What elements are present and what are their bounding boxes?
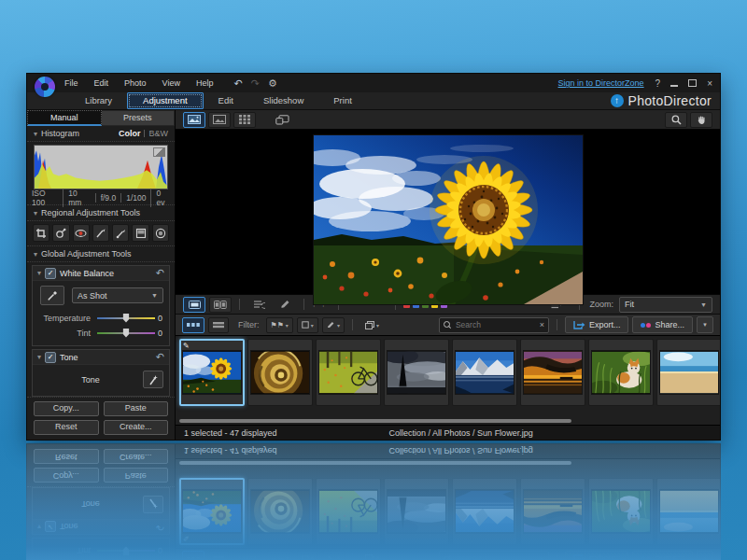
tint-slider-handle[interactable] [123, 329, 130, 338]
export-button[interactable]: Export... [565, 316, 629, 333]
panel-actions: Copy... Paste Reset Create... [27, 397, 175, 440]
tab-edit[interactable]: Edit [204, 93, 248, 108]
tone-reset-icon[interactable]: ↶ [156, 351, 164, 363]
auto-tone-wand-button[interactable] [143, 371, 163, 388]
flag-filter-dropdown[interactable]: ⚑⚑ ▾ [266, 317, 293, 333]
filmstrip-scrollbar-thumb[interactable] [179, 419, 571, 423]
settings-gear-icon[interactable]: ⚙ [268, 77, 277, 90]
menu-help[interactable]: Help [196, 78, 214, 88]
exif-focal: 10 mm [63, 189, 94, 207]
tab-presets[interactable]: Presets [102, 110, 176, 126]
viewer-toolbar [176, 110, 720, 130]
list-view-button[interactable] [208, 317, 229, 333]
white-balance-eyedropper-button[interactable] [40, 286, 64, 305]
tint-value: 0 [158, 329, 165, 338]
color-mode-toggle[interactable]: Color [119, 129, 141, 138]
minimize-button[interactable] [670, 78, 678, 89]
module-tab-bar: Library Adjustment Edit Slideshow Print … [27, 92, 720, 110]
adjustment-brush-tool-button[interactable] [92, 224, 109, 242]
edited-filter-dropdown[interactable]: ▾ [322, 317, 345, 333]
pan-hand-button[interactable] [690, 112, 712, 128]
share-dropdown-button[interactable]: ▼ [697, 316, 713, 333]
clipping-indicator-icon[interactable] [153, 147, 165, 157]
exif-iso: ISO 100 [27, 189, 63, 207]
collapse-caret-icon[interactable]: ▾ [37, 269, 41, 277]
viewer-mode-single-button[interactable] [183, 112, 205, 128]
thumbnail-spiral-staircase[interactable] [247, 339, 313, 406]
thumbnail-cat-in-grass[interactable] [588, 339, 654, 406]
history-button[interactable] [247, 297, 270, 313]
collapse-caret-icon[interactable]: ▾ [37, 353, 41, 361]
exif-shutter: 1/100 [120, 193, 150, 203]
view-compare-button[interactable] [209, 297, 232, 313]
thumbnail-bicycle-park[interactable] [316, 339, 381, 406]
search-input[interactable] [454, 319, 537, 330]
temperature-slider[interactable] [97, 314, 155, 323]
histogram-chart[interactable] [34, 145, 168, 189]
reset-button[interactable]: Reset [34, 420, 99, 435]
sign-in-link[interactable]: Sign in to DirectorZone [558, 78, 644, 88]
bw-mode-toggle[interactable]: B&W [148, 129, 168, 138]
menu-photo[interactable]: Photo [124, 78, 147, 88]
thumbnail-sunflower[interactable]: ✎ [179, 339, 245, 406]
tone-inner-label: Tone [38, 375, 143, 385]
gradient-mask-tool-button[interactable] [132, 224, 148, 242]
close-button[interactable]: × [707, 78, 712, 89]
undo-icon[interactable]: ↶ [233, 77, 242, 90]
white-balance-reset-icon[interactable]: ↶ [156, 267, 164, 279]
tab-manual[interactable]: Manual [27, 110, 102, 126]
photo-canvas[interactable] [176, 130, 720, 294]
paste-button[interactable]: Paste [104, 401, 169, 416]
temperature-slider-handle[interactable] [123, 314, 130, 323]
zoom-level-dropdown[interactable]: Fit ▼ [619, 297, 712, 313]
search-icon [444, 321, 451, 329]
filmstrip-view-button[interactable] [182, 317, 204, 333]
red-eye-tool-button[interactable] [73, 224, 90, 242]
tab-print[interactable]: Print [318, 93, 367, 108]
spot-removal-tool-button[interactable] [52, 224, 69, 242]
exif-strip: ISO 100 10 mm f/9.0 1/100 0 ev [27, 191, 175, 205]
collapse-caret-icon[interactable]: ▾ [34, 209, 37, 217]
tone-checkbox[interactable]: ✓ [45, 352, 56, 363]
main-photo-sunflower[interactable] [313, 134, 584, 305]
view-single-photo-button[interactable] [183, 297, 205, 313]
edit-pen-button[interactable] [274, 297, 296, 313]
menu-edit[interactable]: Edit [94, 78, 109, 88]
rotate-photo-button[interactable] [271, 112, 293, 128]
crop-tool-button[interactable] [33, 224, 49, 242]
app-logo-icon[interactable] [35, 77, 55, 97]
share-button[interactable]: Share... [632, 316, 693, 333]
menu-file[interactable]: File [64, 78, 78, 88]
zoom-tool-button[interactable] [665, 112, 687, 128]
tab-library[interactable]: Library [70, 93, 127, 108]
collapse-caret-icon[interactable]: ▾ [34, 130, 37, 138]
adjustment-selection-brush-tool-button[interactable] [112, 224, 129, 242]
photodirector-window: File Edit Photo View Help ↶ ↷ ⚙ Sign in … [26, 73, 721, 441]
clear-search-icon[interactable]: × [540, 320, 544, 329]
tint-slider[interactable] [97, 329, 155, 338]
photodirector-badge-icon: ↑ [611, 94, 624, 107]
maximize-button[interactable] [688, 78, 697, 89]
white-balance-checkbox[interactable]: ✓ [45, 268, 56, 279]
tab-slideshow[interactable]: Slideshow [248, 93, 318, 108]
thumbnail-sunset-water[interactable] [520, 339, 585, 406]
viewer-mode-grid-button[interactable] [233, 112, 256, 128]
stack-dropdown[interactable]: ▾ [360, 317, 384, 333]
redo-icon[interactable]: ↷ [251, 77, 260, 90]
thumbnail-dark-monument[interactable] [384, 339, 449, 406]
thumbnail-mountain-lake[interactable] [452, 339, 517, 406]
color-label-filter-dropdown[interactable]: ▾ [297, 317, 318, 333]
filmstrip-scrollbar [176, 418, 720, 425]
collapse-caret-icon[interactable]: ▾ [34, 250, 37, 259]
viewer-mode-browser-button[interactable] [208, 112, 231, 128]
copy-button[interactable]: Copy... [34, 401, 99, 416]
create-button[interactable]: Create... [104, 420, 169, 435]
tab-adjustment[interactable]: Adjustment [127, 92, 204, 109]
radial-filter-tool-button[interactable] [152, 224, 169, 242]
white-balance-preset-dropdown[interactable]: As Shot ▼ [72, 287, 163, 303]
exif-ev: 0 ev [150, 189, 175, 207]
thumbnail-beach[interactable] [656, 339, 720, 406]
help-button[interactable]: ? [655, 78, 661, 89]
window-reflection: File Edit Photo View Help ↶ ↷ ⚙ Sign in … [26, 443, 721, 560]
menu-view[interactable]: View [162, 78, 180, 88]
